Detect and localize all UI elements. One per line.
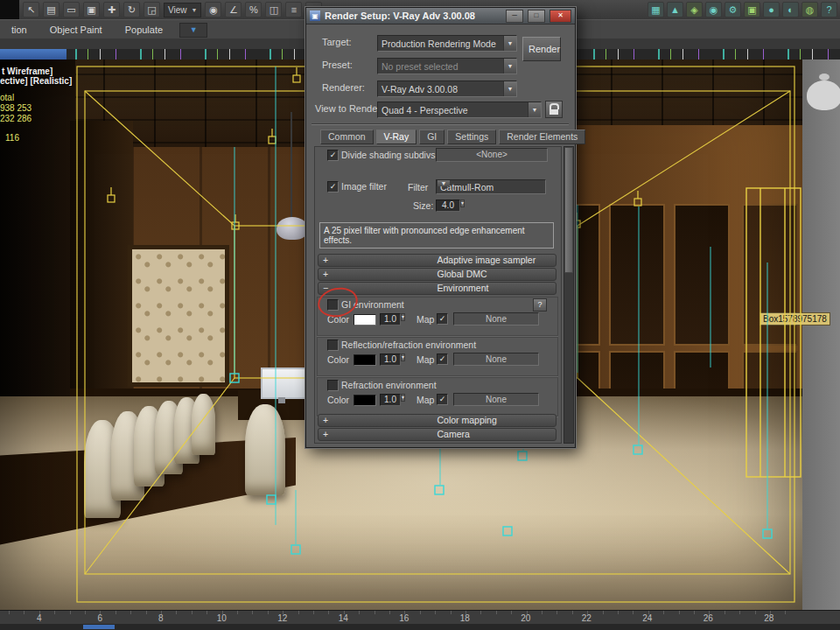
spinner-down-icon[interactable]: ▾ — [401, 313, 405, 321]
snaps-toggle-icon[interactable]: ◉ — [205, 2, 221, 18]
status-bar — [0, 624, 840, 630]
target-combo[interactable]: Production Rendering Mode ▼ — [377, 35, 517, 52]
dialog-scrollbar[interactable] — [564, 146, 574, 444]
rollout-adaptive-image-sampler[interactable]: + Adaptive image sampler — [318, 254, 556, 267]
chevron-down-icon: ▼ — [437, 180, 450, 186]
divide-shading-subdivs-label: Divide shading subdivs — [341, 150, 435, 160]
minimize-button[interactable]: ─ — [506, 10, 523, 23]
filter-description: A 25 pixel filter with pronounced edge e… — [319, 222, 554, 248]
refraction-map-label: Map — [416, 395, 434, 405]
select-by-name-icon[interactable]: ▤ — [43, 2, 60, 18]
preset-label: Preset: — [322, 60, 353, 70]
gi-map-checkbox[interactable]: ✓ — [437, 313, 448, 325]
spinner-down-icon[interactable]: ▾ — [401, 394, 405, 402]
spinner-down-icon[interactable]: ▾ — [460, 200, 465, 207]
render-production-icon[interactable]: ● — [763, 2, 780, 18]
3dsmax-window: ↖ ▤ ▭ ▣ ✚ ↻ ◲ View ▼ ◉ ∠ % ◫ ≡ ≈ ▦ ▲ ◈ ◉… — [0, 0, 840, 630]
align-icon[interactable]: ≡ — [285, 2, 302, 18]
refraction-color-swatch[interactable] — [354, 395, 376, 406]
rollout-global-dmc[interactable]: + Global DMC — [318, 268, 556, 281]
ribbon-tab-populate[interactable]: Populate — [114, 20, 174, 39]
scene-monitor-stand — [278, 397, 285, 403]
close-button[interactable]: ✕ — [550, 10, 571, 23]
schematic-view-icon[interactable]: ◈ — [686, 2, 703, 18]
cabinet-glass-panel — [674, 204, 730, 346]
rollout-camera[interactable]: + Camera — [318, 428, 556, 441]
filter-label: Filter — [408, 182, 428, 192]
refraction-multiplier-value[interactable]: 1.0 — [380, 394, 401, 406]
size-value[interactable]: 4.0 — [436, 200, 460, 212]
render-setup-dialog-icon: ▣ — [310, 10, 320, 21]
percent-snap-icon[interactable]: % — [245, 2, 262, 18]
reference-coordinate-combo[interactable]: View ▼ — [164, 3, 201, 18]
tab-common[interactable]: Common — [320, 130, 374, 144]
viewport-lock-button[interactable] — [545, 101, 563, 118]
graphite-tools-icon[interactable]: ▲ — [667, 2, 683, 18]
select-and-rotate-icon[interactable]: ↻ — [123, 2, 140, 18]
reflection-multiplier-value[interactable]: 1.0 — [380, 354, 401, 366]
preset-value: No preset selected — [378, 61, 503, 72]
dialog-titlebar[interactable]: ▣ Render Setup: V-Ray Adv 3.00.08 ─ □ ✕ — [306, 8, 575, 24]
select-object-icon[interactable]: ↖ — [23, 2, 39, 18]
mirror-icon[interactable]: ◫ — [265, 2, 282, 18]
render-setup-icon[interactable]: ⚙ — [724, 2, 741, 18]
gi-color-swatch[interactable] — [354, 314, 376, 326]
select-and-scale-icon[interactable]: ◲ — [144, 2, 160, 18]
render-mask-value[interactable]: <None> — [436, 148, 548, 162]
preset-combo[interactable]: No preset selected ▼ — [377, 58, 517, 74]
selection-region-icon[interactable]: ▭ — [63, 2, 80, 18]
teapot-lid — [819, 74, 830, 80]
render-online-icon[interactable]: ◍ — [802, 2, 818, 18]
image-filter-checkbox[interactable]: ✓ — [327, 181, 339, 192]
help-menu-icon[interactable]: ? — [821, 2, 837, 18]
refraction-map-button[interactable]: None — [453, 393, 539, 406]
renderer-label: Renderer: — [322, 82, 365, 93]
ribbon-display-combo[interactable]: ▼ — [179, 23, 207, 38]
renderer-combo[interactable]: V-Ray Adv 3.00.08 ▼ — [377, 80, 517, 97]
angle-snap-icon[interactable]: ∠ — [225, 2, 242, 18]
tab-vray[interactable]: V-Ray — [376, 130, 417, 144]
render-setup-dialog: ▣ Render Setup: V-Ray Adv 3.00.08 ─ □ ✕ … — [305, 7, 576, 448]
render-iterative-icon[interactable]: ◐ — [782, 2, 799, 18]
scene-chair — [245, 404, 285, 495]
view-to-render-combo[interactable]: Quad 4 - Perspective ▼ — [377, 102, 542, 118]
gi-map-button[interactable]: None — [453, 312, 539, 326]
reflection-map-checkbox[interactable]: ✓ — [437, 354, 448, 365]
viewport-label-line2[interactable]: ective] [Realistic] — [0, 76, 72, 86]
renderer-value: V-Ray Adv 3.00.08 — [378, 84, 503, 94]
rendered-frame-icon[interactable]: ▣ — [744, 2, 760, 18]
refraction-color-label: Color — [327, 395, 349, 405]
application-button[interactable] — [0, 0, 19, 19]
gi-multiplier-value[interactable]: 1.0 — [380, 313, 401, 326]
filter-combo[interactable]: Catmull-Rom ▼ — [436, 179, 546, 194]
timeline-marker[interactable] — [83, 625, 115, 629]
select-and-move-icon[interactable]: ✚ — [103, 2, 120, 18]
ribbon-tab-selection[interactable]: tion — [0, 20, 38, 39]
maximize-button[interactable]: □ — [528, 10, 545, 23]
reflection-environment-checkbox[interactable]: ✓ — [327, 340, 339, 351]
divide-shading-subdivs-checkbox[interactable]: ✓ — [327, 150, 339, 161]
material-editor-icon[interactable]: ◉ — [705, 2, 722, 18]
timeline-ruler[interactable]: 46 810 1214 1618 2022 2426 28 — [0, 610, 840, 625]
image-filter-label: Image filter — [341, 181, 387, 192]
ribbon-tab-object-paint[interactable]: Object Paint — [38, 20, 114, 39]
refraction-map-checkbox[interactable]: ✓ — [437, 394, 448, 405]
reflection-color-label: Color — [327, 354, 349, 365]
spinner-down-icon[interactable]: ▾ — [401, 354, 405, 361]
scene-monitor — [261, 368, 306, 399]
tab-gi[interactable]: GI — [419, 130, 444, 144]
viewport-label-line1[interactable]: t Wireframe] — [2, 66, 52, 76]
tab-settings[interactable]: Settings — [447, 130, 496, 144]
window-crossing-icon[interactable]: ▣ — [83, 2, 100, 18]
reflection-map-button[interactable]: None — [453, 353, 539, 366]
dialog-title: Render Setup: V-Ray Adv 3.00.08 — [325, 10, 501, 21]
chevron-down-icon: ▼ — [503, 81, 516, 96]
rollout-color-mapping[interactable]: + Color mapping — [318, 414, 556, 427]
help-button[interactable]: ? — [533, 298, 547, 312]
reflection-color-swatch[interactable] — [354, 354, 376, 366]
tab-render-elements[interactable]: Render Elements — [499, 130, 585, 144]
target-label: Target: — [322, 37, 352, 47]
scrollbar-thumb[interactable] — [564, 147, 573, 273]
layer-manager-icon[interactable]: ▦ — [648, 2, 664, 18]
refraction-environment-checkbox[interactable]: ✓ — [327, 380, 339, 391]
